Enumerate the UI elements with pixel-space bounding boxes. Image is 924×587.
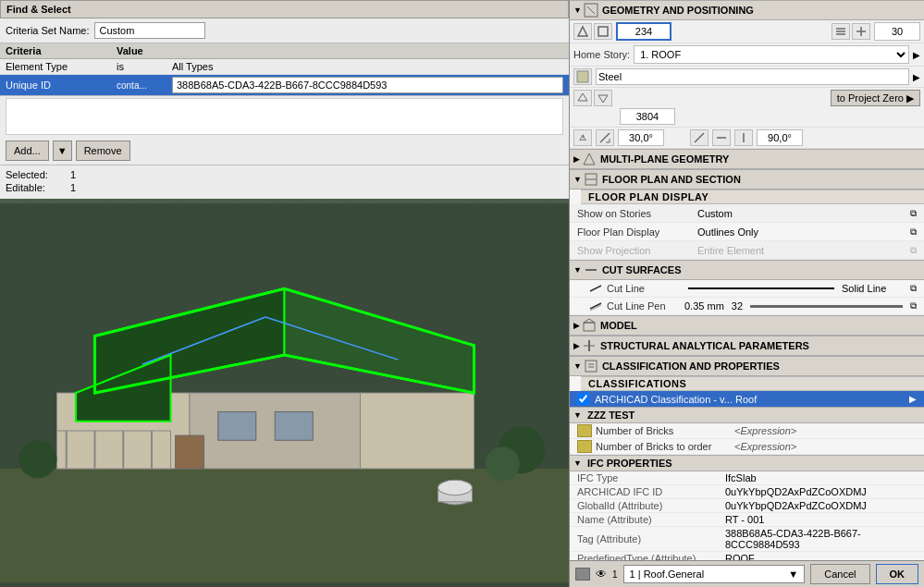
angle-icon-3[interactable] — [690, 129, 708, 146]
cancel-button[interactable]: Cancel — [810, 564, 869, 584]
bricks-order-icon — [577, 440, 592, 453]
uid-contains: conta... — [117, 80, 172, 91]
angle-input-1[interactable] — [618, 129, 664, 146]
tag-attribute-row: Tag (Attribute) 388B68A5-CDA3-422B-B667-… — [570, 527, 924, 552]
to-project-zero-button[interactable]: to Project Zero ▶ — [831, 90, 920, 106]
model-section-header[interactable]: ▶ MODEL — [570, 315, 924, 336]
multiplane-section-title: MULTI-PLANE GEOMETRY — [600, 153, 729, 165]
structural-section-header[interactable]: ▶ STRUCTURAL ANALYTICAL PARAMETERS — [570, 336, 924, 356]
cut-line-preview — [688, 287, 834, 289]
floor-plan-display-subheader: FLOOR PLAN DISPLAY — [581, 190, 924, 204]
element-type-is: is — [117, 61, 172, 72]
criteria-set-input[interactable] — [94, 22, 205, 39]
floorplan-content: FLOOR PLAN DISPLAY Show on Stories Custo… — [570, 190, 924, 315]
svg-rect-15 — [218, 412, 256, 441]
material-expand-arrow[interactable]: ▶ — [913, 72, 920, 82]
classification-expand-arrow: ▶ — [909, 394, 917, 404]
floorplan-section-title: FLOOR PLAN AND SECTION — [602, 174, 741, 185]
project-zero-input[interactable] — [620, 108, 675, 125]
angle-icon-4[interactable] — [712, 129, 731, 146]
zzz-test-header[interactable]: ▼ ZZZ TEST — [570, 407, 924, 423]
ifc-collapse-arrow: ▼ — [573, 459, 582, 468]
angle-input-2[interactable] — [757, 129, 803, 146]
add-button[interactable]: Add... — [6, 141, 49, 161]
show-on-stories-row: Show on Stories Custom ⧉ — [570, 204, 924, 223]
svg-marker-48 — [584, 153, 595, 165]
to-project-zero-row: to Project Zero ▶ — [570, 88, 924, 106]
show-projection-copy-icon[interactable]: ⧉ — [910, 245, 917, 256]
cut-line-label: Cut Line — [607, 283, 681, 294]
element-type-row[interactable]: Element Type is All Types — [0, 59, 569, 75]
svg-point-25 — [486, 446, 520, 481]
geom-right-icon-2[interactable] — [852, 23, 870, 40]
cut-line-pen-label: Cut Line Pen — [607, 300, 681, 312]
story-label: 1 | Roof.General — [630, 569, 705, 580]
geom-right-icon-1[interactable] — [832, 23, 850, 40]
add-remove-buttons: Add... ▼ Remove — [0, 137, 569, 165]
floorplan-section-header[interactable]: ▼ FLOOR PLAN AND SECTION — [570, 169, 924, 190]
floor-plan-display-label: Floor Plan Display — [577, 226, 697, 238]
svg-rect-35 — [598, 27, 608, 36]
name-attribute-label: Name (Attribute) — [577, 514, 725, 525]
remove-button[interactable]: Remove — [76, 141, 130, 161]
angle-icon-1[interactable]: ⚠ — [573, 129, 592, 146]
classifications-subheader: CLASSIFICATIONS — [581, 376, 924, 391]
material-icon-btn[interactable] — [573, 68, 592, 85]
selected-editable-section: Selected: 1 Editable: 1 — [0, 165, 569, 199]
floor-plan-display-value: Outlines Only — [697, 226, 910, 238]
show-on-stories-copy-icon[interactable]: ⧉ — [910, 208, 917, 219]
cut-line-pen-preview — [750, 305, 903, 308]
editable-value: 1 — [70, 182, 76, 193]
tag-attribute-label: Tag (Attribute) — [577, 533, 725, 544]
predefined-type-value: ROOF — [725, 553, 917, 560]
show-projection-value: Entire Element — [697, 245, 910, 256]
elevation-input[interactable] — [616, 22, 671, 41]
cut-line-pen-value: 0.35 mm — [684, 300, 724, 312]
element-type-label: Element Type — [6, 61, 117, 72]
cut-line-copy-icon[interactable]: ⧉ — [910, 283, 917, 294]
height-input[interactable] — [874, 22, 920, 41]
viewport-3d[interactable]: ⊞ — [0, 199, 569, 587]
ifc-type-label: IFC Type — [577, 472, 725, 483]
angle-icon-5[interactable] — [734, 129, 753, 146]
bottom-bar: 👁 1 1 | Roof.General ▼ Cancel OK — [570, 560, 924, 587]
col-value: Value — [117, 45, 563, 56]
uid-value-input[interactable] — [172, 77, 563, 93]
add-dropdown-arrow[interactable]: ▼ — [53, 141, 72, 161]
svg-rect-18 — [57, 431, 171, 469]
home-story-select[interactable]: 1. ROOF — [634, 45, 909, 64]
multiplane-section-header[interactable]: ▶ MULTI-PLANE GEOMETRY — [570, 149, 924, 169]
archicad-classification-checkbox[interactable] — [577, 393, 589, 405]
svg-marker-4 — [361, 393, 474, 469]
model-section-title: MODEL — [600, 320, 637, 331]
story-button[interactable]: 1 | Roof.General ▼ — [623, 565, 806, 583]
properties-scroll[interactable]: ▼ GEOMETRY AND POSITIONING — [570, 0, 924, 560]
cut-surfaces-header[interactable]: ▼ CUT SURFACES — [570, 260, 924, 280]
geom-icon-btn-2[interactable] — [594, 23, 612, 40]
cut-line-pen-copy-icon[interactable]: ⧉ — [910, 300, 917, 312]
cut-line-pen-icon — [588, 300, 603, 312]
pz-icon-2[interactable] — [594, 90, 612, 106]
angle-icon-2[interactable] — [596, 129, 614, 146]
geom-icon-btn-1[interactable] — [573, 23, 592, 40]
bricks-order-value: <Expression> — [734, 441, 917, 452]
floor-plan-display-copy-icon[interactable]: ⧉ — [910, 226, 917, 238]
show-on-stories-value: Custom — [697, 208, 910, 219]
show-projection-row: Show Projection Entire Element ⧉ — [570, 241, 924, 260]
unique-id-row[interactable]: Unique ID conta... — [0, 75, 569, 95]
zzz-collapse-arrow: ▼ — [573, 410, 582, 420]
ifc-section-header[interactable]: ▼ IFC PROPERTIES — [570, 455, 924, 471]
bricks-order-label: Number of Bricks to order — [596, 441, 734, 452]
to-project-zero-label: to Project Zero — [837, 92, 904, 104]
classification-section-header[interactable]: ▼ CLASSIFICATION AND PROPERTIES — [570, 356, 924, 376]
eye-icon: 👁 — [596, 568, 607, 581]
angle-icons-row: ⚠ — [570, 128, 924, 149]
structural-section-title: STRUCTURAL ANALYTICAL PARAMETERS — [600, 340, 809, 351]
geometry-section-title: GEOMETRY AND POSITIONING — [602, 5, 754, 16]
pz-icon-1[interactable] — [573, 90, 592, 106]
archicad-classification-row[interactable]: ARCHICAD Classification - v... Roof ▶ — [570, 391, 924, 407]
svg-marker-42 — [578, 93, 587, 101]
geometry-section-header[interactable]: ▼ GEOMETRY AND POSITIONING — [570, 0, 924, 20]
ok-button[interactable]: OK — [876, 564, 919, 584]
selected-value: 1 — [70, 169, 76, 180]
